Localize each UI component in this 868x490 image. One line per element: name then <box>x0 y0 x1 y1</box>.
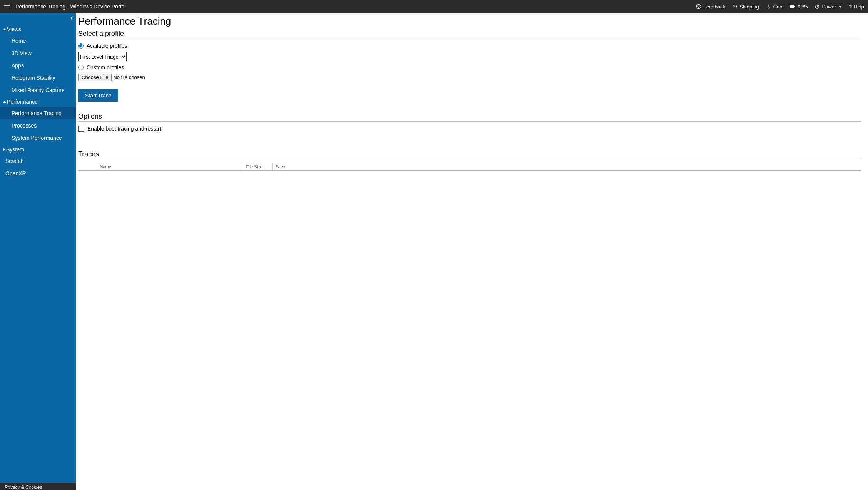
traces-table: Name File Size Save <box>78 163 861 171</box>
app-header: Performance Tracing - Windows Device Por… <box>0 0 868 13</box>
nav-item-openxr[interactable]: OpenXR <box>0 167 76 180</box>
radio-custom-profiles[interactable] <box>78 65 84 70</box>
temperature-label: Cool <box>773 4 784 10</box>
nav-item-mixed-reality-capture[interactable]: Mixed Reality Capture <box>0 84 76 96</box>
nav-item-home[interactable]: Home <box>0 35 76 47</box>
smiley-icon <box>696 4 701 9</box>
nav: Views Home 3D View Apps Hologram Stabili… <box>0 13 76 483</box>
nav-group-label: Performance <box>7 99 38 105</box>
nav-item-system-performance[interactable]: System Performance <box>0 132 76 144</box>
table-col-blank[interactable] <box>78 163 97 171</box>
privacy-cookies-link[interactable]: Privacy & Cookies <box>0 483 76 490</box>
nav-group-performance[interactable]: Performance <box>0 96 76 107</box>
sidebar-collapse-button[interactable] <box>70 15 74 22</box>
start-trace-button[interactable]: Start Trace <box>78 89 118 102</box>
history-icon <box>732 4 738 9</box>
menu-icon[interactable] <box>4 3 10 10</box>
sidebar: Views Home 3D View Apps Hologram Stabili… <box>0 13 76 490</box>
nav-group-label: System <box>6 146 24 153</box>
sleeping-label: Sleeping <box>739 4 759 10</box>
caret-up-icon <box>3 101 6 103</box>
nav-group-label: Views <box>7 26 21 32</box>
battery-status[interactable]: 98% <box>790 4 808 10</box>
radio-available-profiles[interactable] <box>78 43 84 49</box>
nav-item-hologram-stability[interactable]: Hologram Stability <box>0 72 76 84</box>
table-col-filesize[interactable]: File Size <box>243 163 272 171</box>
file-chosen-status: No file chosen <box>113 74 145 80</box>
power-label: Power <box>822 4 836 10</box>
nav-group-system[interactable]: System <box>0 144 76 155</box>
battery-label: 98% <box>798 4 808 10</box>
nav-item-apps[interactable]: Apps <box>0 59 76 72</box>
checkbox-enable-boot-tracing[interactable] <box>78 126 84 132</box>
choose-file-button[interactable]: Choose File <box>78 74 112 81</box>
section-options: Options <box>78 112 861 122</box>
nav-item-scratch[interactable]: Scratch <box>0 155 76 167</box>
caret-up-icon <box>3 28 6 30</box>
svg-point-3 <box>768 7 769 8</box>
svg-point-0 <box>696 4 701 8</box>
table-col-save[interactable]: Save <box>272 163 861 171</box>
table-col-name[interactable]: Name <box>97 163 243 171</box>
section-select-profile: Select a profile <box>78 30 861 39</box>
nav-item-performance-tracing[interactable]: Performance Tracing <box>0 107 76 119</box>
section-traces: Traces <box>78 150 861 159</box>
nav-item-3d-view[interactable]: 3D View <box>0 47 76 59</box>
svg-rect-5 <box>794 6 795 7</box>
temperature-status[interactable]: Cool <box>766 4 784 10</box>
svg-point-1 <box>697 6 698 6</box>
chevron-down-icon <box>839 6 842 8</box>
battery-icon <box>790 4 796 9</box>
question-icon: ? <box>849 4 852 10</box>
help-button[interactable]: ? Help <box>849 4 864 10</box>
label-custom-profiles: Custom profiles <box>87 64 124 70</box>
feedback-label: Feedback <box>703 4 725 10</box>
help-label: Help <box>854 4 864 10</box>
svg-point-2 <box>699 6 699 6</box>
app-title: Performance Tracing - Windows Device Por… <box>15 3 125 10</box>
thermometer-icon <box>766 4 771 9</box>
sleeping-status[interactable]: Sleeping <box>732 4 759 10</box>
feedback-button[interactable]: Feedback <box>696 4 725 10</box>
main-content: Performance Tracing Select a profile Ava… <box>76 13 868 490</box>
svg-rect-4 <box>790 5 794 8</box>
page-title: Performance Tracing <box>78 15 861 27</box>
power-menu[interactable]: Power <box>814 4 842 10</box>
nav-group-views[interactable]: Views <box>0 24 76 35</box>
label-enable-boot-tracing: Enable boot tracing and restart <box>87 126 161 132</box>
chevron-left-icon <box>70 15 74 21</box>
power-icon <box>814 4 820 9</box>
nav-item-processes[interactable]: Processes <box>0 119 76 132</box>
caret-right-icon <box>3 148 5 151</box>
label-available-profiles: Available profiles <box>87 43 127 49</box>
profile-select[interactable]: First Level Triage <box>78 52 127 61</box>
